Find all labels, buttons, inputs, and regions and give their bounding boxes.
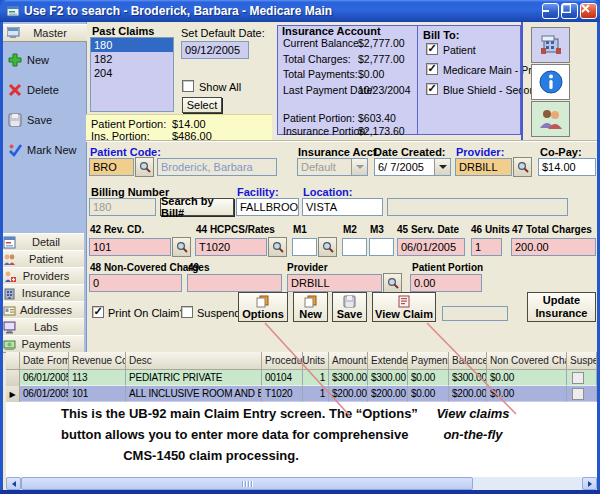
patient-search-button[interactable] bbox=[135, 157, 154, 177]
search-by-bill-button[interactable]: Search by Bill# bbox=[160, 198, 234, 216]
minimize-button[interactable] bbox=[542, 3, 559, 19]
sidebar-tab-master[interactable]: Master bbox=[3, 24, 87, 42]
insurance-account-title: Insurance Account bbox=[282, 25, 381, 37]
column-header[interactable]: Payments bbox=[408, 352, 449, 370]
scrollbar-thumb[interactable] bbox=[21, 477, 473, 490]
column-header[interactable]: Date From bbox=[20, 352, 69, 370]
provider-field[interactable]: DRBILL bbox=[455, 158, 512, 176]
sidebar-action-delete[interactable]: Delete bbox=[8, 82, 59, 98]
location-field[interactable]: VISTA bbox=[302, 198, 383, 216]
total-charges-field[interactable]: 200.00 bbox=[511, 238, 596, 256]
non-covered-field[interactable]: 0 bbox=[89, 274, 182, 292]
list-item[interactable]: 180 bbox=[91, 38, 173, 52]
close-button[interactable] bbox=[580, 3, 597, 19]
view-claim-button[interactable]: View Claim bbox=[372, 292, 436, 322]
options-button[interactable]: Options bbox=[238, 292, 288, 322]
rev-cd-search-button[interactable] bbox=[172, 237, 191, 257]
new-button[interactable]: New bbox=[293, 292, 328, 322]
sidebar-group-insurance[interactable]: Insurance bbox=[0, 284, 84, 302]
horizontal-scrollbar[interactable] bbox=[6, 477, 597, 490]
detail-provider-field[interactable]: DRBILL bbox=[287, 274, 382, 292]
suspended-cell-checkbox[interactable] bbox=[572, 388, 584, 400]
hcpcs-search-button[interactable] bbox=[268, 237, 287, 257]
sidebar-action-new[interactable]: New bbox=[8, 52, 49, 68]
list-item[interactable]: 182 bbox=[91, 52, 173, 66]
info-button[interactable] bbox=[531, 64, 570, 100]
field-value: $2,777.00 bbox=[358, 53, 405, 65]
column-header[interactable]: Desc bbox=[126, 352, 262, 370]
column-header[interactable]: Suspended bbox=[567, 352, 597, 370]
copay-field[interactable]: $14.00 bbox=[538, 158, 596, 176]
print-on-claim-checkbox[interactable] bbox=[92, 306, 104, 318]
sidebar-group-detail[interactable]: Detail bbox=[0, 233, 84, 251]
suspended-cell-checkbox[interactable] bbox=[572, 372, 584, 384]
detail-provider-search-button[interactable] bbox=[383, 273, 402, 293]
sidebar-action-save[interactable]: Save bbox=[8, 112, 52, 128]
hcpcs-label: 44 HCPCS/Rates bbox=[196, 224, 275, 235]
bill-to-patient-checkbox[interactable] bbox=[426, 43, 438, 55]
units-field[interactable]: 1 bbox=[471, 238, 502, 256]
cell-non-covered: $0.00 bbox=[487, 370, 567, 386]
column-header[interactable]: Amount bbox=[329, 352, 368, 370]
bill-to-blueshield-checkbox[interactable] bbox=[426, 83, 438, 95]
chevron-down-icon[interactable] bbox=[434, 159, 450, 175]
scrollbar-track[interactable] bbox=[473, 477, 582, 490]
hcpcs-field[interactable]: T1020 bbox=[195, 238, 267, 256]
column-header[interactable]: Balance bbox=[449, 352, 487, 370]
view-claim-doc-icon bbox=[398, 295, 410, 308]
m1-field[interactable] bbox=[292, 238, 317, 256]
scroll-right-button[interactable] bbox=[582, 477, 597, 490]
record-selector[interactable] bbox=[6, 370, 20, 386]
field-value: $603.40 bbox=[358, 112, 396, 124]
table-row[interactable]: 06/01/2005 113 PEDIATRIC PRIVATE 00104 1… bbox=[6, 370, 597, 386]
update-insurance-button[interactable]: Update Insurance bbox=[527, 292, 596, 322]
annotation-callout-line: on-the-fly bbox=[418, 427, 528, 442]
bill-to-medicare-checkbox[interactable] bbox=[426, 63, 438, 75]
patients-button[interactable] bbox=[531, 101, 570, 137]
save-button[interactable]: Save bbox=[332, 292, 367, 322]
column-header[interactable]: Non Covered Charges bbox=[487, 352, 567, 370]
detail-patient-portion-field[interactable]: 0.00 bbox=[410, 274, 482, 292]
insurance-account-panel: Insurance Account Current Balance: $2,77… bbox=[277, 25, 418, 135]
sidebar-action-mark-new[interactable]: Mark New bbox=[8, 142, 77, 158]
serv-date-field[interactable]: 06/01/2005 bbox=[397, 238, 465, 256]
m1-search-button[interactable] bbox=[318, 237, 337, 257]
select-button[interactable]: Select bbox=[182, 97, 222, 113]
column-header[interactable]: Procedure bbox=[262, 352, 303, 370]
list-item[interactable]: 204 bbox=[91, 66, 173, 80]
column-header[interactable]: Extended bbox=[368, 352, 408, 370]
provider-search-button[interactable] bbox=[513, 157, 532, 177]
default-date-field[interactable]: 09/12/2005 bbox=[181, 41, 249, 59]
column-header[interactable]: Revenue Code bbox=[69, 352, 126, 370]
facility-field[interactable]: FALLBROOK bbox=[236, 198, 299, 216]
sidebar-group-addresses[interactable]: Addresses bbox=[0, 301, 84, 319]
table-row[interactable]: ▶ 06/01/2005 101 ALL INCLUSIVE ROOM AND … bbox=[6, 386, 597, 402]
patient-code-field[interactable]: BRO bbox=[89, 158, 134, 176]
record-selector-current[interactable]: ▶ bbox=[6, 386, 20, 402]
patient-portion-label: Patient Portion: bbox=[91, 118, 166, 130]
rev-cd-field[interactable]: 101 bbox=[89, 238, 171, 256]
save-disk-icon bbox=[8, 113, 22, 127]
date-created-select[interactable]: 6/ 7/2005 bbox=[374, 158, 451, 176]
units-label: 46 Units bbox=[471, 224, 510, 235]
show-all-checkbox[interactable] bbox=[182, 80, 194, 92]
maximize-button[interactable] bbox=[561, 3, 578, 19]
sidebar-group-labs[interactable]: Labs bbox=[0, 318, 84, 336]
sidebar-group-label: Patient bbox=[16, 253, 84, 265]
m3-field[interactable] bbox=[369, 238, 394, 256]
m2-field[interactable] bbox=[342, 238, 367, 256]
annotation-text-line: button allows you to enter more data for… bbox=[61, 427, 361, 442]
record-selector-header bbox=[6, 352, 20, 370]
scroll-left-button[interactable] bbox=[6, 477, 21, 490]
cell-units: 1 bbox=[303, 386, 329, 402]
sidebar-group-patient[interactable]: Patient bbox=[0, 250, 84, 268]
sidebar-group-payments[interactable]: Payments bbox=[0, 335, 84, 353]
button-label: Save bbox=[337, 308, 363, 320]
past-claims-list[interactable]: 180 182 204 bbox=[90, 37, 174, 112]
facility-button[interactable] bbox=[531, 27, 570, 63]
column-header[interactable]: Units bbox=[303, 352, 329, 370]
f49-field[interactable] bbox=[187, 274, 282, 292]
suspended-checkbox[interactable] bbox=[181, 306, 193, 318]
sidebar-group-providers[interactable]: Providers bbox=[0, 267, 84, 285]
section-divider bbox=[86, 140, 597, 142]
